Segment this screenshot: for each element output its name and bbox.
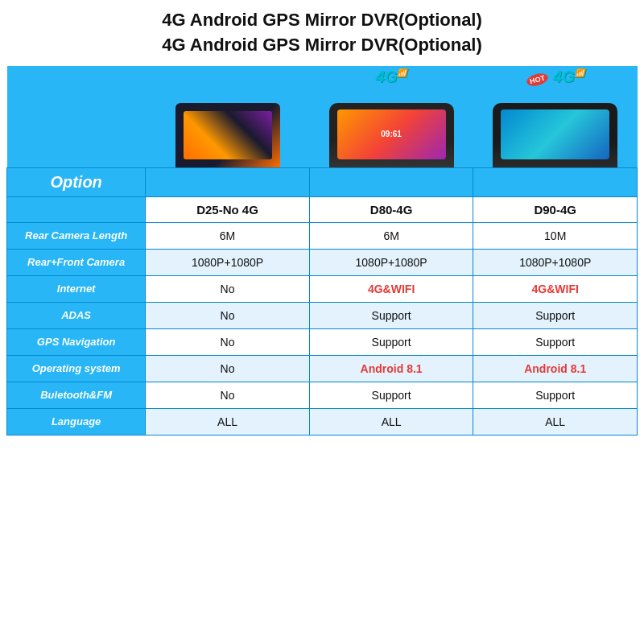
option-d80-cell — [309, 167, 473, 196]
row-7-col-1: ALL — [309, 408, 473, 435]
row-6-col-1: Support — [309, 382, 473, 408]
model-d80: D80-4G — [309, 196, 473, 222]
data-row-1: Rear+Front Camera1080P+1080P1080P+1080P1… — [7, 249, 638, 275]
highlight-text: Android 8.1 — [361, 362, 423, 375]
data-row-7: LanguageALLALLALL — [7, 408, 638, 435]
row-3-col-1: Support — [309, 302, 473, 328]
row-2-col-2: 4G&WIFI — [473, 275, 638, 302]
img-d90-cell — [473, 88, 638, 168]
option-header-row: Option — [7, 167, 638, 196]
img-label-cell — [7, 88, 146, 168]
row-label-7: Language — [7, 408, 146, 435]
highlight-text: 4G&WIFI — [368, 283, 415, 295]
data-row-6: Buletooth&FMNoSupportSupport — [7, 382, 638, 408]
row-6-col-0: No — [146, 382, 310, 408]
product-image-row — [7, 88, 638, 168]
data-row-3: ADASNoSupportSupport — [7, 302, 638, 328]
row-7-col-2: ALL — [473, 408, 638, 435]
row-4-col-1: Support — [309, 328, 473, 355]
page-wrapper: 4G Android GPS Mirror DVR(Optional) 4G A… — [0, 0, 644, 644]
row-0-col-0: 6M — [146, 222, 310, 249]
row-2-col-0: No — [146, 275, 310, 302]
model-name-row: D25-No 4G D80-4G D90-4G — [7, 196, 638, 222]
comparison-table: 4G📶 HOT 4G📶 — [6, 66, 638, 436]
badge-d80: 4G📶 — [309, 66, 473, 88]
option-label-cell: Option — [7, 167, 146, 196]
device-d90 — [493, 103, 617, 167]
data-row-5: Operating systemNoAndroid 8.1Android 8.1 — [7, 355, 638, 382]
badge-d25 — [146, 66, 310, 88]
row-3-col-0: No — [146, 302, 310, 328]
device-d25 — [175, 103, 280, 167]
row-1-col-0: 1080P+1080P — [146, 249, 310, 275]
device-d80 — [329, 103, 454, 167]
row-6-col-2: Support — [473, 382, 638, 408]
data-row-0: Rear Camera Length6M6M10M — [7, 222, 638, 249]
row-label-1: Rear+Front Camera — [7, 249, 146, 275]
row-5-col-0: No — [146, 355, 310, 382]
row-1-col-2: 1080P+1080P — [473, 249, 638, 275]
row-3-col-2: Support — [473, 302, 638, 328]
data-row-4: GPS NavigationNoSupportSupport — [7, 328, 638, 355]
comparison-table-container: 4G📶 HOT 4G📶 — [6, 66, 638, 639]
badge-row: 4G📶 HOT 4G📶 — [7, 66, 638, 88]
highlight-text: 4G&WIFI — [532, 283, 579, 295]
product-img-d80 — [312, 91, 470, 167]
model-d90: D90-4G — [473, 196, 638, 222]
row-label-2: Internet — [7, 275, 146, 302]
badge-d90: HOT 4G📶 — [473, 66, 638, 88]
row-4-col-0: No — [146, 328, 310, 355]
row-0-col-1: 6M — [309, 222, 473, 249]
row-1-col-1: 1080P+1080P — [309, 249, 473, 275]
option-d90-cell — [473, 167, 638, 196]
row-7-col-0: ALL — [146, 408, 310, 435]
product-img-d90 — [477, 91, 634, 167]
row-label-5: Operating system — [7, 355, 146, 382]
row-5-col-2: Android 8.1 — [473, 355, 638, 382]
row-label-3: ADAS — [7, 302, 146, 328]
hot-badge: HOT — [525, 71, 549, 88]
product-img-d25 — [149, 91, 307, 167]
page-title: 4G Android GPS Mirror DVR(Optional) 4G A… — [162, 8, 482, 58]
4g-icon-d90: 4G📶 — [553, 68, 584, 85]
row-0-col-2: 10M — [473, 222, 638, 249]
img-d80-cell — [309, 88, 473, 168]
badge-empty — [7, 66, 146, 88]
row-2-col-1: 4G&WIFI — [309, 275, 473, 302]
model-label-cell — [7, 196, 146, 222]
row-label-4: GPS Navigation — [7, 328, 146, 355]
row-5-col-1: Android 8.1 — [309, 355, 473, 382]
option-d25-cell — [146, 167, 310, 196]
highlight-text: Android 8.1 — [524, 362, 586, 375]
row-label-0: Rear Camera Length — [7, 222, 146, 249]
row-label-6: Buletooth&FM — [7, 382, 146, 408]
row-4-col-2: Support — [473, 328, 638, 355]
img-d25-cell — [146, 88, 310, 168]
model-d25: D25-No 4G — [146, 196, 310, 222]
4g-icon-d80: 4G📶 — [376, 68, 407, 85]
data-row-2: InternetNo4G&WIFI4G&WIFI — [7, 275, 638, 302]
